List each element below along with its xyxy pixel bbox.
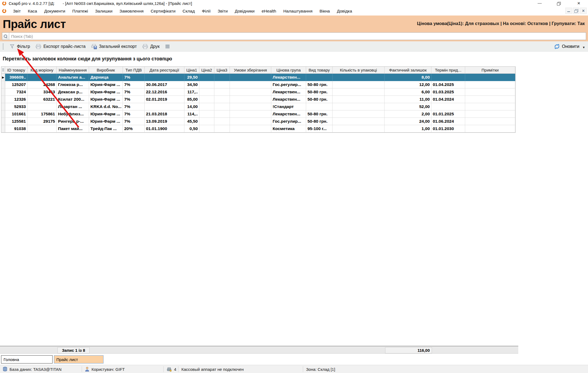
table-cell[interactable] (214, 110, 230, 118)
table-cell[interactable] (465, 96, 515, 103)
table-cell[interactable] (230, 88, 271, 96)
table-row-3[interactable]: 732433463Декасан р...Юрия-Фарм ...7%22.1… (1, 88, 515, 96)
table-cell[interactable]: Дарница (89, 74, 123, 81)
table-cell[interactable]: 50-80 грн. (306, 88, 333, 96)
table-cell[interactable] (145, 103, 184, 110)
search-icon[interactable] (2, 33, 9, 40)
table-row-8[interactable]: 91038Пакет май...Трейд-Пак ...20%01.01.1… (1, 125, 515, 132)
menu-item-4[interactable]: Платежі (69, 8, 92, 15)
table-cell[interactable]: 50-80 грн. (306, 81, 333, 88)
table-cell[interactable]: 2,00 (385, 110, 431, 118)
table-cell[interactable]: 21.03.2018 (145, 110, 184, 118)
table-cell[interactable] (465, 125, 515, 132)
table-row-6[interactable]: 101661175861Небуфлюз...Юрия-Фарм ...7%21… (1, 110, 515, 118)
table-cell[interactable] (199, 103, 214, 110)
table-cell[interactable] (230, 81, 271, 88)
columns-button[interactable] (162, 44, 173, 49)
table-cell[interactable]: 52933 (5, 103, 28, 110)
table-cell[interactable]: Небуфлюз... (57, 110, 89, 118)
table-cell[interactable] (230, 118, 271, 125)
table-cell[interactable]: Юрия-Фарм ... (89, 110, 123, 118)
row-selector[interactable] (1, 81, 5, 88)
mdi-close-button[interactable]: × (580, 8, 587, 14)
table-cell[interactable] (230, 125, 271, 132)
table-cell[interactable] (306, 74, 333, 81)
table-cell[interactable]: 29,50 (184, 74, 199, 81)
table-cell[interactable]: Юрия-Фарм ... (89, 118, 123, 125)
table-row-5[interactable]: 52933Лозартан ...KRKA d.d. No...7%14,00!… (1, 103, 515, 110)
table-cell[interactable]: 91038 (5, 125, 28, 132)
table-cell[interactable]: 12,00 (385, 81, 431, 88)
table-row-2[interactable]: 12520724268Глюкоза р...Юрия-Фарм ...7%30… (1, 81, 515, 88)
table-cell[interactable] (214, 88, 230, 96)
table-cell[interactable]: 125581 (5, 118, 28, 125)
menu-item-2[interactable]: Каса (24, 8, 41, 15)
table-cell[interactable]: 7% (123, 88, 145, 96)
table-cell[interactable] (199, 81, 214, 88)
menu-item-5[interactable]: Залишки (92, 8, 116, 15)
table-cell[interactable] (214, 125, 230, 132)
column-header-16[interactable]: Примітки (465, 67, 515, 74)
menu-item-12[interactable]: eHealth (258, 8, 280, 15)
table-cell[interactable] (333, 103, 385, 110)
table-cell[interactable]: Декасан р... (57, 88, 89, 96)
column-header-13[interactable]: Кількість в упаковці (333, 67, 385, 74)
table-cell[interactable]: Юрия-Фарм ... (89, 88, 123, 96)
menu-item-7[interactable]: Сертифікати (147, 8, 179, 15)
table-cell[interactable] (28, 103, 57, 110)
table-cell[interactable]: 7% (123, 74, 145, 81)
table-cell[interactable] (199, 125, 214, 132)
table-cell[interactable]: 50-80 грн. (306, 110, 333, 118)
table-cell[interactable]: Юрия-Фарм ... (89, 96, 123, 103)
table-row-4[interactable]: 1232663221Ксилат 200...Юрия-Фарм ...7%02… (1, 96, 515, 103)
row-selector[interactable] (1, 103, 5, 110)
table-cell[interactable]: 13.09.2019 (145, 118, 184, 125)
table-cell[interactable]: 01.06.2024 (431, 118, 465, 125)
table-cell[interactable]: Лекарствен... (271, 110, 306, 118)
refresh-dropdown-icon[interactable]: ▼ (582, 46, 585, 49)
menu-item-9[interactable]: Філії (198, 8, 214, 15)
search-input[interactable]: Поиск (Tab) (2, 32, 586, 40)
table-cell[interactable] (230, 96, 271, 103)
table-cell[interactable]: 02.01.2019 (145, 96, 184, 103)
table-cell[interactable]: 50-80 грн. (306, 118, 333, 125)
table-cell[interactable] (28, 125, 57, 132)
table-cell[interactable] (333, 74, 385, 81)
table-cell[interactable] (465, 81, 515, 88)
table-cell[interactable]: 11,00 (385, 96, 431, 103)
toolbar-grip[interactable] (3, 44, 4, 50)
table-cell[interactable]: Гос.регулир... (271, 81, 306, 88)
table-cell[interactable] (214, 96, 230, 103)
table-row-1[interactable]: ▶396609..Анальгин а...Дарница7%29,50Лека… (1, 74, 515, 81)
general-export-button[interactable]: Загальний експорт (88, 44, 139, 49)
menu-item-10[interactable]: Звіти (214, 8, 231, 15)
table-cell[interactable]: 14,00 (184, 103, 199, 110)
table-cell[interactable] (333, 118, 385, 125)
table-cell[interactable]: 20% (123, 125, 145, 132)
column-header-6[interactable]: Дата реєстрації (145, 67, 184, 74)
table-cell[interactable]: 50-80 грн. (306, 96, 333, 103)
table-cell[interactable]: 7% (123, 110, 145, 118)
table-cell[interactable]: 29175 (28, 118, 57, 125)
table-cell[interactable] (431, 74, 465, 81)
menu-item-11[interactable]: Довідники (231, 8, 258, 15)
column-header-4[interactable]: Виробник (89, 67, 123, 74)
table-cell[interactable] (214, 103, 230, 110)
table-cell[interactable]: 01.03.2025 (431, 88, 465, 96)
column-header-11[interactable]: Цінова група (271, 67, 306, 74)
row-selector[interactable] (1, 96, 5, 103)
refresh-button[interactable]: Оновити ▼ (554, 41, 585, 52)
table-cell[interactable]: Лекарствен... (271, 96, 306, 103)
tab-home[interactable]: Головна (1, 355, 53, 363)
column-header-5[interactable]: Тип ПДВ (123, 67, 145, 74)
table-cell[interactable] (431, 103, 465, 110)
tab-price-list[interactable]: Прайс лист (54, 355, 103, 363)
column-header-8[interactable]: Ціна2 (199, 67, 214, 74)
table-cell[interactable]: 175861 (28, 110, 57, 118)
table-cell[interactable] (306, 103, 333, 110)
table-cell[interactable]: 6,00 (385, 88, 431, 96)
table-cell[interactable]: Анальгин а... (57, 74, 89, 81)
restore-button[interactable] (555, 1, 562, 6)
table-cell[interactable] (333, 81, 385, 88)
table-cell[interactable] (199, 110, 214, 118)
